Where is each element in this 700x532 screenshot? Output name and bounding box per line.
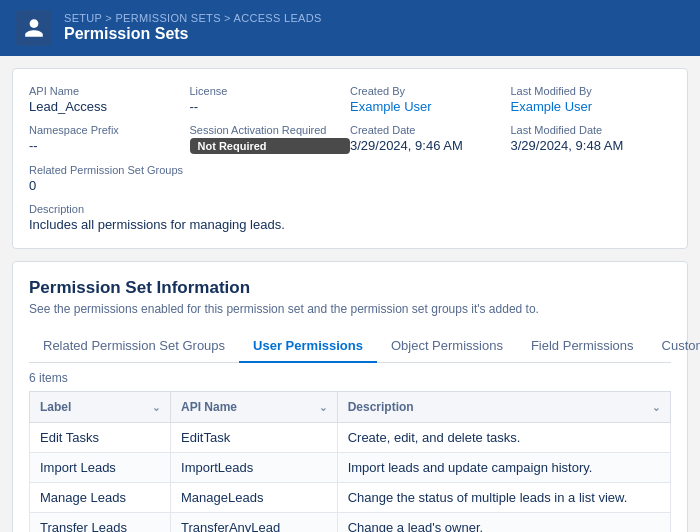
created-date-value: 3/29/2024, 9:46 AM [350,138,511,153]
last-modified-date-value: 3/29/2024, 9:48 AM [511,138,672,153]
tab-field-permissions[interactable]: Field Permissions [517,330,648,363]
col-label-text: Label [40,400,71,414]
header-text: SETUP > PERMISSION SETS > ACCESS LEADS P… [64,12,322,45]
created-date-label: Created Date [350,124,511,136]
groups-label: Related Permission Set Groups [29,164,671,176]
cell-api: ManageLeads [171,483,338,513]
table-area: 6 items Label ⌄ API Name ⌄ [29,363,671,532]
last-modified-date-field: Last Modified Date 3/29/2024, 9:48 AM [511,124,672,154]
header: SETUP > PERMISSION SETS > ACCESS LEADS P… [0,0,700,56]
page-title: Permission Sets [64,24,322,45]
cell-label: Import Leads [30,453,171,483]
breadcrumb: SETUP > PERMISSION SETS > ACCESS LEADS [64,12,322,24]
namespace-field: Namespace Prefix -- [29,124,190,154]
cell-api: EditTask [171,423,338,453]
last-modified-by-field: Last Modified By Example User [511,85,672,114]
session-badge: Not Required [190,138,351,154]
tab-related-permission-set-groups[interactable]: Related Permission Set Groups [29,330,239,363]
created-by-value[interactable]: Example User [350,99,511,114]
api-name-field: API Name Lead_Access [29,85,190,114]
session-field: Session Activation Required Not Required [190,124,351,154]
table-header-row: Label ⌄ API Name ⌄ Description ⌄ [30,392,671,423]
description-label: Description [29,203,671,215]
namespace-value: -- [29,138,190,153]
cell-desc: Import leads and update campaign history… [337,453,670,483]
person-icon [23,17,45,39]
col-header-label[interactable]: Label ⌄ [30,392,171,423]
tab-object-permissions[interactable]: Object Permissions [377,330,517,363]
namespace-label: Namespace Prefix [29,124,190,136]
tabs-container: Related Permission Set Groups User Permi… [29,330,671,363]
created-date-field: Created Date 3/29/2024, 9:46 AM [350,124,511,154]
description-value: Includes all permissions for managing le… [29,217,671,232]
cell-api: ImportLeads [171,453,338,483]
table-count: 6 items [29,363,671,391]
last-modified-by-value[interactable]: Example User [511,99,672,114]
info-grid-row1: API Name Lead_Access License -- Created … [29,85,671,114]
tab-user-permissions[interactable]: User Permissions [239,330,377,363]
cell-label: Edit Tasks [30,423,171,453]
tab-custom-permissions[interactable]: Custom Permissions [648,330,700,363]
psi-section: Permission Set Information See the permi… [12,261,688,532]
cell-desc: Change the status of multiple leads in a… [337,483,670,513]
last-modified-date-label: Last Modified Date [511,124,672,136]
groups-field: Related Permission Set Groups 0 [29,164,671,193]
created-by-label: Created By [350,85,511,97]
avatar [16,10,52,46]
col-header-desc[interactable]: Description ⌄ [337,392,670,423]
info-grid-row2: Namespace Prefix -- Session Activation R… [29,124,671,154]
license-value: -- [190,99,351,114]
description-field: Description Includes all permissions for… [29,203,671,232]
table-row: Import Leads ImportLeads Import leads an… [30,453,671,483]
sort-icon-desc: ⌄ [652,402,660,413]
session-label: Session Activation Required [190,124,351,136]
psi-title: Permission Set Information [29,278,671,298]
cell-api: TransferAnyLead [171,513,338,533]
col-header-api[interactable]: API Name ⌄ [171,392,338,423]
cell-desc: Create, edit, and delete tasks. [337,423,670,453]
info-card: API Name Lead_Access License -- Created … [12,68,688,249]
api-name-value: Lead_Access [29,99,190,114]
sort-icon-api: ⌄ [319,402,327,413]
license-label: License [190,85,351,97]
groups-value: 0 [29,178,671,193]
created-by-field: Created By Example User [350,85,511,114]
cell-label: Transfer Leads [30,513,171,533]
permissions-table: Label ⌄ API Name ⌄ Description ⌄ [29,391,671,532]
last-modified-by-label: Last Modified By [511,85,672,97]
api-name-label: API Name [29,85,190,97]
psi-description: See the permissions enabled for this per… [29,302,671,316]
col-api-text: API Name [181,400,237,414]
col-desc-text: Description [348,400,414,414]
table-row: Transfer Leads TransferAnyLead Change a … [30,513,671,533]
table-row: Edit Tasks EditTask Create, edit, and de… [30,423,671,453]
sort-icon-label: ⌄ [152,402,160,413]
license-field: License -- [190,85,351,114]
table-row: Manage Leads ManageLeads Change the stat… [30,483,671,513]
cell-label: Manage Leads [30,483,171,513]
table-body: Edit Tasks EditTask Create, edit, and de… [30,423,671,533]
cell-desc: Change a lead's owner. [337,513,670,533]
